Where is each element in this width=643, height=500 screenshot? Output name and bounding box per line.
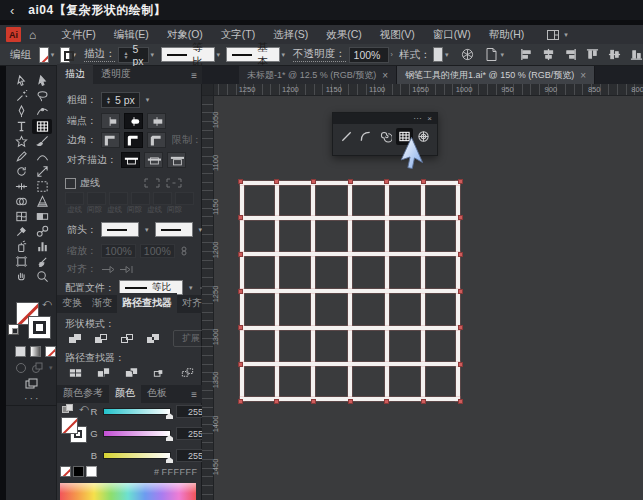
dash-field[interactable] xyxy=(131,192,150,205)
document-setup-icon[interactable]: ▾ xyxy=(486,48,507,61)
chevron-down-icon[interactable]: ▾ xyxy=(445,51,449,59)
fill-swatch-none[interactable] xyxy=(39,47,49,63)
chevron-down-icon[interactable]: ▾ xyxy=(49,364,53,372)
stepper-arrows-icon[interactable]: ▲▼ xyxy=(123,51,128,59)
intersect-button[interactable] xyxy=(117,331,137,347)
cap-butt-button[interactable] xyxy=(101,113,120,129)
anchor-point[interactable] xyxy=(458,252,463,257)
tool-width[interactable] xyxy=(11,179,31,194)
palette-tool-spiral[interactable] xyxy=(377,128,393,145)
anchor-point[interactable] xyxy=(458,215,463,220)
edit-toolbar-icon[interactable]: ··· xyxy=(24,392,41,404)
workspace-switcher[interactable]: ▾ xyxy=(547,30,570,40)
white-swatch[interactable] xyxy=(86,466,97,477)
tool-direct-selection[interactable] xyxy=(11,74,31,89)
trim-button[interactable] xyxy=(93,364,113,380)
color-spectrum-bar[interactable] xyxy=(60,483,196,500)
anchor-point[interactable] xyxy=(238,179,243,184)
dash-field[interactable] xyxy=(153,192,172,205)
divide-button[interactable] xyxy=(65,364,85,380)
channel-slider[interactable] xyxy=(103,408,171,415)
tool-free-transform[interactable] xyxy=(32,179,52,194)
tool-artboard[interactable] xyxy=(11,254,31,269)
align-bottom-icon[interactable] xyxy=(630,48,643,61)
tool-curvature[interactable] xyxy=(32,104,52,119)
tab-pathfinder[interactable]: 路径查找器 xyxy=(117,293,177,313)
tab-transform[interactable]: 变换 xyxy=(57,293,87,313)
anchor-point[interactable] xyxy=(384,399,389,404)
chevron-down-icon[interactable]: ▾ xyxy=(146,96,150,104)
merge-button[interactable] xyxy=(121,364,141,380)
weight-input[interactable]: ▲▼ 5 px xyxy=(101,92,140,108)
anchor-point[interactable] xyxy=(458,325,463,330)
tool-eyedropper[interactable] xyxy=(11,224,31,239)
opacity-input[interactable]: 100% xyxy=(349,47,389,63)
palette-titlebar[interactable]: ⋯ × xyxy=(333,113,437,124)
align-center-button[interactable] xyxy=(121,152,140,168)
cap-round-button[interactable] xyxy=(124,113,143,129)
menu-1[interactable]: 编辑(E) xyxy=(105,28,158,42)
dash-align-icon[interactable] xyxy=(166,178,182,188)
anchor-point[interactable] xyxy=(348,399,353,404)
tool-scale[interactable] xyxy=(32,164,52,179)
tool-star[interactable] xyxy=(11,134,31,149)
tool-zoom[interactable] xyxy=(32,269,52,284)
tool-mesh[interactable] xyxy=(11,209,31,224)
home-icon[interactable]: ⌂ xyxy=(29,28,36,42)
tool-shape-builder[interactable] xyxy=(11,194,31,209)
vertical-ruler[interactable]: 105011001150120012501300135014001450 xyxy=(202,96,214,500)
chevron-down-icon[interactable]: ▾ xyxy=(151,51,155,59)
panel-menu-icon[interactable]: ≡ xyxy=(191,389,197,400)
minus-front-button[interactable] xyxy=(91,331,111,347)
tool-paintbrush[interactable] xyxy=(32,134,52,149)
anchor-point[interactable] xyxy=(238,325,243,330)
swap-fill-stroke-icon[interactable]: ⤺ xyxy=(42,298,52,309)
arrowhead-end-select[interactable] xyxy=(155,222,193,237)
stroke-indicator[interactable] xyxy=(28,316,51,339)
tool-pen[interactable] xyxy=(11,104,31,119)
panel-menu-icon[interactable]: ≡ xyxy=(191,70,197,81)
join-miter-button[interactable] xyxy=(101,132,120,148)
link-icon[interactable] xyxy=(179,246,189,256)
arrowhead-start-select[interactable] xyxy=(101,222,139,237)
tool-lasso[interactable] xyxy=(32,89,52,104)
menu-0[interactable]: 文件(F) xyxy=(52,28,104,42)
tab-color-guide[interactable]: 颜色参考 xyxy=(57,383,109,403)
anchor-point[interactable] xyxy=(238,362,243,367)
anchor-point[interactable] xyxy=(458,289,463,294)
dash-field[interactable] xyxy=(65,192,84,205)
slider-knob-icon[interactable] xyxy=(166,435,173,441)
chevron-down-icon[interactable]: ▾ xyxy=(145,226,149,234)
chevron-down-icon[interactable]: ▾ xyxy=(51,51,55,59)
none-button[interactable] xyxy=(45,346,56,357)
align-middle-icon[interactable] xyxy=(608,48,621,61)
arrow-end-align-icon[interactable] xyxy=(119,265,133,274)
recolor-artwork-icon[interactable] xyxy=(461,48,474,61)
ruler-corner[interactable] xyxy=(202,84,214,96)
brush-select[interactable]: 基本 xyxy=(226,47,280,62)
tool-hand[interactable] xyxy=(11,269,31,284)
anchor-point[interactable] xyxy=(274,399,279,404)
join-bevel-button[interactable] xyxy=(147,132,166,148)
draw-normal-icon[interactable] xyxy=(15,362,27,374)
stroke-swatch[interactable] xyxy=(60,47,70,63)
crop-button[interactable] xyxy=(149,364,169,380)
dash-field[interactable] xyxy=(87,192,106,205)
align-outside-button[interactable] xyxy=(167,152,186,168)
anchor-point[interactable] xyxy=(238,215,243,220)
stepper-arrows-icon[interactable]: ▲▼ xyxy=(106,96,111,104)
gradient-button[interactable] xyxy=(30,346,41,357)
anchor-point[interactable] xyxy=(274,179,279,184)
scale-end-value[interactable]: 100% xyxy=(140,244,175,258)
close-icon[interactable]: × xyxy=(580,70,586,81)
tab-gradient[interactable]: 渐变 xyxy=(87,293,117,313)
align-right-icon[interactable] xyxy=(564,48,577,61)
anchor-point[interactable] xyxy=(311,399,316,404)
anchor-point[interactable] xyxy=(238,399,243,404)
tool-rotate[interactable] xyxy=(11,164,31,179)
scale-start-value[interactable]: 100% xyxy=(101,244,136,258)
swap-colors-icon[interactable]: ⤺ xyxy=(79,403,89,414)
tool-perspective-grid[interactable] xyxy=(32,194,52,209)
menu-4[interactable]: 选择(S) xyxy=(264,28,317,42)
align-center-h-icon[interactable] xyxy=(542,48,555,61)
